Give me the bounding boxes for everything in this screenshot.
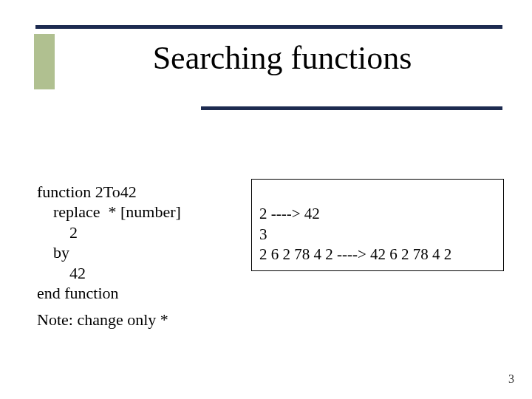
output-line: 2 ----> 42 xyxy=(259,205,320,222)
code-line: function 2To42 xyxy=(37,183,137,201)
code-line: replace * [number] xyxy=(37,202,181,221)
code-line: end function xyxy=(37,284,119,302)
page-number: 3 xyxy=(508,372,514,386)
function-code-block: function 2To42 replace * [number] 2 by 4… xyxy=(37,161,181,304)
title-accent-block xyxy=(34,34,55,89)
output-line: 2 6 2 78 4 2 ----> 42 6 2 78 4 2 xyxy=(259,245,451,263)
output-line: 3 xyxy=(259,225,267,243)
code-line: by xyxy=(37,243,69,262)
slide: Searching functions function 2To42 repla… xyxy=(0,0,532,399)
output-box: 2 ----> 42 3 2 6 2 78 4 2 ----> 42 6 2 7… xyxy=(251,179,504,271)
slide-title: Searching functions xyxy=(62,41,502,76)
code-line: 2 xyxy=(37,223,78,242)
subtitle-divider xyxy=(201,106,502,110)
top-divider xyxy=(35,25,502,29)
code-line: 42 xyxy=(37,264,86,282)
note-text: Note: change only * xyxy=(37,310,168,330)
